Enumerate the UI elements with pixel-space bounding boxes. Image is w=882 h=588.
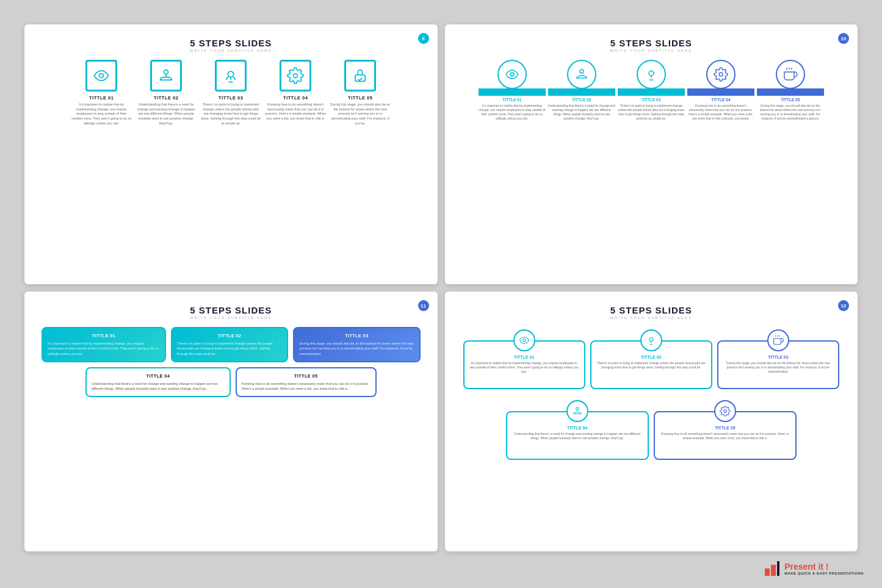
slide-3-card-5: TITTLE 05 Knowing how to do something do…	[236, 367, 377, 398]
slide-3-row1: TITTLE 01 It's important to realize that…	[37, 327, 425, 362]
svg-point-1	[164, 70, 168, 74]
slide-4-card-wrap-4: TITTLE 04 Understanding that there's a n…	[506, 411, 649, 460]
slide-1-item-title-1: TITTLE 01	[89, 95, 114, 101]
slide-4-icon-2	[640, 329, 662, 351]
slide-3-card-title-2: TITTLE 02	[177, 333, 283, 339]
slide-2-item-title-5: TITTLE 05	[781, 98, 800, 102]
slide-1-item-1: TITTLE 01 It's important to realize that…	[71, 60, 132, 126]
svg-point-12	[522, 339, 526, 342]
slide-4-card-title-5: TITTLE 05	[659, 426, 792, 430]
slide-3-card-text-5: Knowing how to do something doesn't nece…	[242, 381, 371, 392]
slide-1-item-4: TITTLE 04 Knowing how to do something do…	[265, 60, 326, 126]
svg-rect-20	[771, 565, 776, 576]
slide-2-item-title-4: TITTLE 04	[711, 98, 730, 102]
slide-3-card-title-5: TITTLE 05	[242, 373, 371, 379]
slide-1-icon-5	[344, 60, 376, 91]
slide-4-title: 5 STEPS SLIDES	[457, 305, 846, 315]
brand-name: Present it !	[784, 562, 864, 572]
slide-2-item-4: TITTLE 04 Knowing how to do something do…	[687, 60, 754, 121]
slide-4-card-wrap-5: TITTLE 05 Knowing how to do something do…	[654, 411, 797, 460]
slide-1-item-title-2: TITTLE 02	[154, 95, 178, 101]
svg-point-7	[649, 71, 654, 76]
branding: Present it ! MAKE QUICK & EASY PRESENTAT…	[764, 560, 864, 577]
svg-rect-19	[765, 568, 770, 576]
slide-1-item-3: TITTLE 03 There's no point in trying to …	[200, 60, 261, 126]
slide-4-card-wrap-2: TITTLE 02 There's no point in trying to …	[590, 340, 712, 389]
slide-4-card-wrap-1: TITTLE 01 It's important to realize that…	[463, 340, 585, 389]
svg-point-18	[724, 410, 727, 413]
svg-point-17	[576, 407, 579, 411]
slide-3-card-4: TITTLE 04 Understanding that there's a n…	[85, 367, 231, 398]
slide-4-subtitle: WRITE YOUR SUBTITLE HERE	[457, 316, 846, 320]
slide-4-card-text-5: Knowing how to do something doesn't nece…	[659, 432, 792, 440]
slide-1-item-text-3: There's no point in trying to implement …	[200, 102, 261, 126]
slide-3-row2: TITTLE 04 Understanding that there's a n…	[37, 367, 425, 398]
slide-1-items: TITTLE 01 It's important to realize that…	[37, 60, 425, 126]
slide-number-3: 11	[418, 300, 429, 311]
slide-3-card-1: TITTLE 01 It's important to realize that…	[42, 327, 166, 362]
slide-2-item-text-1: It's important to realize that by implem…	[479, 104, 546, 121]
slide-number-2: 10	[838, 33, 849, 44]
slide-4-card-title-4: TITTLE 04	[511, 426, 644, 430]
slide-3-card-text-2: There's no point in trying to implement …	[177, 341, 283, 356]
slide-2-item-title-1: TITTLE 01	[502, 98, 521, 102]
slide-1-item-title-4: TITTLE 04	[283, 95, 308, 101]
slide-3: 11 5 STEPS SLIDES WRITE YOUR SUBTITLE HE…	[24, 292, 438, 551]
svg-point-0	[99, 74, 104, 78]
svg-point-8	[719, 73, 723, 76]
svg-point-4	[294, 74, 298, 78]
slide-4-icon-4	[566, 400, 588, 422]
slide-4-card-wrap-3: TITTLE 03 During this stage, you should …	[717, 340, 839, 389]
slide-3-card-2: TITTLE 02 There's no point in trying to …	[171, 327, 289, 362]
slide-2: 10 5 STEPS SLIDES WRITE YOUR SUBTITLE HE…	[445, 24, 858, 284]
brand-text-wrap: Present it ! MAKE QUICK & EASY PRESENTAT…	[784, 562, 864, 575]
slide-4-icon-5	[714, 400, 736, 422]
slide-4-card-text-1: It's important to realize that by implem…	[468, 361, 580, 374]
slide-3-card-title-3: TITTLE 03	[299, 333, 414, 339]
slide-4-card-title-3: TITTLE 03	[722, 355, 834, 359]
slide-1-icon-2	[150, 60, 182, 91]
slide-2-item-text-5: During this stage, you should also be on…	[757, 104, 824, 121]
slide-2-header: 5 STEPS SLIDES WRITE YOUR SUBTITLE HERE	[457, 38, 846, 52]
slide-number-1: 9	[418, 33, 429, 44]
slide-2-item-text-3: There's no point in trying to implement …	[618, 104, 685, 121]
slide-2-item-text-4: Knowing how to do something doesn't nece…	[687, 104, 754, 121]
slide-4-card-text-3: During this stage, you should also be on…	[722, 361, 834, 374]
slide-3-card-text-1: It's important to realize that by implem…	[48, 341, 160, 356]
slide-4-icon-3	[767, 329, 789, 351]
slide-3-card-text-3: During this stage, you should also be on…	[299, 341, 414, 356]
slide-4-icon-1	[513, 329, 535, 351]
slide-1-item-text-2: Understanding that there's a need for ch…	[136, 102, 197, 126]
slide-1-icon-4	[280, 60, 311, 91]
brand-icon	[764, 560, 781, 577]
slide-1-title: 5 STEPS SLIDES	[37, 38, 425, 48]
slide-1-header: 5 STEPS SLIDES WRITE YOUR SUBTITLE HERE	[37, 38, 425, 52]
brand-tagline: MAKE QUICK & EASY PRESENTATIONS	[784, 572, 864, 575]
slide-3-card-text-4: Understanding that there's a need for ch…	[92, 381, 225, 392]
slide-1-item-5: TITTLE 05 During this stage, you should …	[330, 60, 391, 126]
svg-point-5	[510, 73, 514, 76]
svg-point-6	[580, 70, 584, 73]
slide-2-item-5: TITTLE 05 During this stage, you should …	[757, 60, 824, 121]
slide-1-item-title-5: TITTLE 05	[348, 95, 372, 101]
slide-2-item-1: TITTLE 01 It's important to realize that…	[479, 60, 546, 121]
slide-3-card-title-4: TITTLE 04	[92, 373, 225, 379]
slide-4-row2: TITTLE 04 Understanding that there's a n…	[457, 398, 846, 460]
slide-2-item-title-3: TITTLE 03	[642, 98, 660, 102]
svg-point-13	[649, 338, 653, 342]
slide-4-card-title-1: TITTLE 01	[468, 355, 580, 359]
svg-rect-21	[777, 561, 779, 576]
slide-4-row1: TITTLE 01 It's important to realize that…	[457, 327, 846, 389]
slide-4: 12 5 STEPS SLIDES WRITE YOUR SUBTITLE HE…	[445, 292, 858, 551]
slide-4-card-text-2: There's no point in trying to implement …	[595, 361, 707, 370]
slide-2-items: TITTLE 01 It's important to realize that…	[457, 60, 846, 121]
slide-3-header: 5 STEPS SLIDES WRITE YOUR SUBTITLE HERE	[37, 305, 425, 320]
slide-4-card-title-2: TITTLE 02	[595, 355, 707, 359]
slide-1-icon-1	[85, 60, 117, 91]
slide-1: 9 5 STEPS SLIDES WRITE YOUR SUBTITLE HER…	[24, 24, 438, 284]
slide-2-item-title-2: TITTLE 02	[572, 98, 591, 102]
slide-2-subtitle: WRITE YOUR SUBTITLE HERE	[457, 49, 846, 52]
slide-3-card-title-1: TITTLE 01	[48, 333, 160, 339]
slide-1-subtitle: WRITE YOUR SUBTITLE HERE	[37, 49, 425, 52]
slide-4-header: 5 STEPS SLIDES WRITE YOUR SUBTITLE HERE	[457, 305, 846, 320]
